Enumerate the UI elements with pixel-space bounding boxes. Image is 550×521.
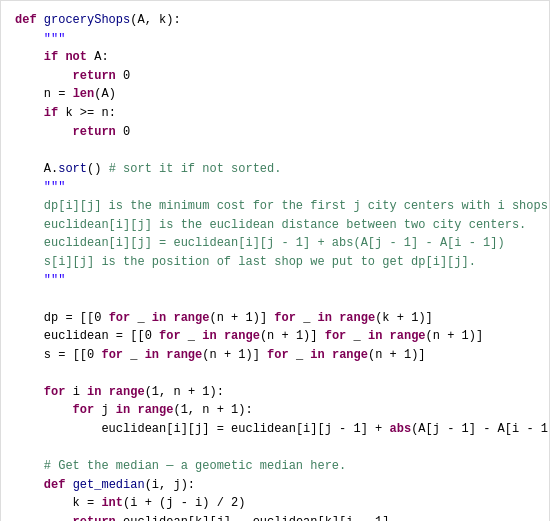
code-window: def groceryShops(A, k): """ if not A: re… [0,0,550,521]
code-content: def groceryShops(A, k): """ if not A: re… [15,11,535,521]
